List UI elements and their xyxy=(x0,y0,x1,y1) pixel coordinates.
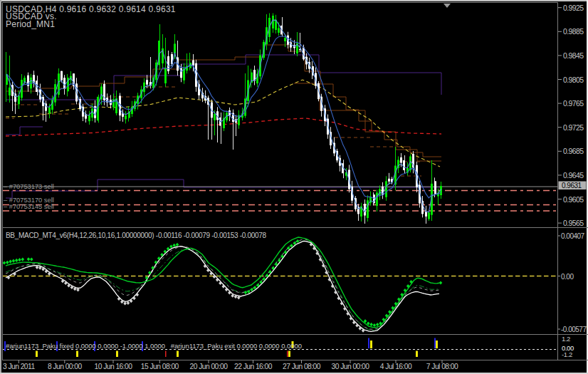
svg-text:0.9565: 0.9565 xyxy=(563,219,584,227)
svg-text:Period_MN1: Period_MN1 xyxy=(6,19,55,29)
svg-text:0.9685: 0.9685 xyxy=(563,147,584,155)
svg-text:BB_MACD_MT4_v6(H4,12,26,10,16,: BB_MACD_MT4_v6(H4,12,26,10,16,1.00000000… xyxy=(6,232,267,239)
svg-text:27 Jun 08:00: 27 Jun 08:00 xyxy=(283,363,321,370)
svg-text:#arjun1173_Paku fixed 0.0000 0: #arjun1173_Paku fixed 0.0000 0.0000 -1.0… xyxy=(6,342,302,350)
svg-text:0.00407: 0.00407 xyxy=(561,232,585,240)
svg-text:0.9885: 0.9885 xyxy=(563,27,584,36)
svg-text:8 Jun 00:00: 8 Jun 00:00 xyxy=(48,363,83,370)
svg-text:-0.00577: -0.00577 xyxy=(561,326,587,333)
svg-text:20 Jun 00:00: 20 Jun 00:00 xyxy=(190,363,229,370)
svg-text:4 Jul 16:00: 4 Jul 16:00 xyxy=(380,363,412,370)
svg-text:– #70753173 sell: – #70753173 sell xyxy=(4,183,54,190)
svg-text:3 Jun 2011: 3 Jun 2011 xyxy=(3,363,36,370)
svg-text:0.9925: 0.9925 xyxy=(563,4,584,12)
svg-text:0.9725: 0.9725 xyxy=(563,123,584,132)
svg-text:– #70753145 sell: – #70753145 sell xyxy=(4,203,54,210)
svg-text:0.9845: 0.9845 xyxy=(563,51,584,60)
svg-text:0.9805: 0.9805 xyxy=(563,76,584,84)
svg-text:30 Jun 00:00: 30 Jun 00:00 xyxy=(332,363,370,370)
svg-text:22 Jun 16:00: 22 Jun 16:00 xyxy=(234,363,273,370)
svg-text:0.9645: 0.9645 xyxy=(563,171,584,180)
svg-text:0.9765: 0.9765 xyxy=(563,99,584,108)
svg-text:1.2: 1.2 xyxy=(562,335,570,343)
svg-text:0.00: 0.00 xyxy=(561,273,574,281)
svg-text:10 Jun 16:00: 10 Jun 16:00 xyxy=(95,363,133,370)
svg-text:7 Jul 08:00: 7 Jul 08:00 xyxy=(426,363,458,370)
svg-text:0.9605: 0.9605 xyxy=(563,195,584,204)
svg-text:15 Jun 08:00: 15 Jun 08:00 xyxy=(141,363,179,370)
svg-text:0.00: 0.00 xyxy=(562,344,574,352)
svg-text:0.9631: 0.9631 xyxy=(562,182,582,189)
